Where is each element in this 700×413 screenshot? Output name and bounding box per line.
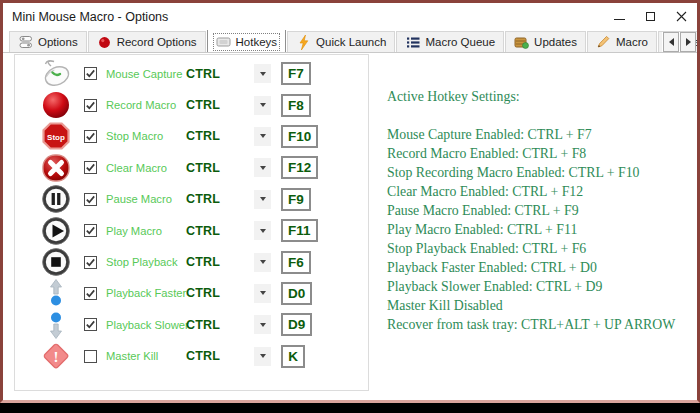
lightning-icon [296,35,311,49]
summary-line: Clear Macro Enabled: CTRL + F12 [387,182,687,201]
modifier-value: CTRL [186,255,254,269]
record-macro-checkbox[interactable] [84,99,97,112]
summary-line: Playback Faster Enabled: CTRL + D0 [387,258,687,277]
tab-label: Quick Launch [316,36,386,48]
check-icon [85,162,96,173]
modifier-dropdown[interactable] [254,284,271,303]
tab-hotkeys[interactable]: Hotkeys [207,30,287,53]
tab-macro-queue[interactable]: Macro Queue [396,31,504,52]
hotkey-key-field[interactable]: F8 [281,94,311,117]
clear-macro-icon [28,153,84,183]
scroll-right-button[interactable] [680,32,696,52]
hotkey-row-stop-playback: Stop PlaybackCTRLF6 [15,246,368,277]
window-controls [604,3,697,30]
hotkey-key-field[interactable]: F10 [281,125,318,148]
tab-inner: Record Options [95,34,199,50]
stop-playback-checkbox[interactable] [84,256,97,269]
mouse-capture-checkbox[interactable] [84,67,97,80]
dropdown-arrow-icon [260,229,266,233]
hotkey-key-field[interactable]: F6 [281,251,311,274]
hotkey-key-field[interactable]: K [281,345,305,368]
tab-inner: Macro Queue [403,34,497,50]
stop-macro-checkbox[interactable] [84,130,97,143]
arrow-right-icon [686,38,691,46]
maximize-button[interactable] [635,3,666,30]
package-icon [514,35,529,49]
dropdown-arrow-icon [260,197,266,201]
summary-title: Active Hotkey Settings: [387,87,687,106]
tab-options[interactable]: Options [9,31,87,52]
check-icon [85,257,96,268]
hotkey-key-field[interactable]: F7 [281,62,311,85]
hotkey-key-field[interactable]: D9 [281,313,312,336]
hotkey-row-clear-macro: Clear MacroCTRLF12 [15,152,368,183]
summary-line: Mouse Capture Enabled: CTRL + F7 [387,125,687,144]
window-title: Mini Mouse Macro - Options [3,10,168,24]
hotkey-row-stop-macro: StopStop MacroCTRLF10 [15,121,368,152]
playback-slower-checkbox[interactable] [84,318,97,331]
modifier-value: CTRL [186,192,254,206]
clear-macro-checkbox[interactable] [84,161,97,174]
hotkey-key-field[interactable]: F11 [281,219,318,242]
play-macro-checkbox[interactable] [84,224,97,237]
minimize-button[interactable] [604,3,635,30]
title-bar: Mini Mouse Macro - Options [3,3,697,30]
tab-strip: OptionsRecord OptionsHotkeysQuick Launch… [3,30,697,53]
modifier-dropdown[interactable] [254,96,271,115]
hotkey-row-master-kill: !Master KillCTRLK [15,341,368,372]
dropdown-arrow-icon [260,354,266,358]
summary-lines: Mouse Capture Enabled: CTRL + F7Record M… [387,125,687,334]
tab-macro[interactable]: Macro [587,31,657,52]
modifier-dropdown[interactable] [254,253,271,272]
check-icon [85,194,96,205]
tab-inner: Quick Launch [294,34,388,50]
close-button[interactable] [666,3,697,30]
modifier-value: CTRL [186,318,254,332]
pause-macro-checkbox[interactable] [84,193,97,206]
modifier-dropdown[interactable] [254,315,271,334]
summary-line: Pause Macro Enabled: CTRL + F9 [387,201,687,220]
tab-inner: Hotkeys [214,34,280,50]
stop-playback-icon [28,247,84,277]
tab-inner: Updates [512,34,579,50]
master-kill-icon: ! [28,341,84,371]
pencil-icon [596,35,611,49]
modifier-dropdown[interactable] [254,347,271,366]
svg-text:Stop: Stop [47,133,65,142]
hotkey-key-field[interactable]: F9 [281,188,311,211]
maximize-icon [646,12,655,21]
check-icon [85,131,96,142]
list-icon [405,35,420,49]
scroll-left-button[interactable] [663,32,679,52]
minimize-icon [614,19,625,20]
record-dot-icon [97,35,112,49]
modifier-dropdown[interactable] [254,127,271,146]
modifier-value: CTRL [186,224,254,238]
record-macro-icon [28,90,84,120]
summary-line: Play Macro Enabled: CTRL + F11 [387,220,687,239]
modifier-dropdown[interactable] [254,221,271,240]
tab-updates[interactable]: Updates [505,31,586,52]
hotkey-key-field[interactable]: D0 [281,282,312,305]
tab-label: Options [38,36,78,48]
modifier-value: CTRL [186,98,254,112]
dropdown-arrow-icon [260,260,266,264]
dropdown-arrow-icon [260,134,266,138]
modifier-dropdown[interactable] [254,64,271,83]
hotkey-key-field[interactable]: F12 [281,156,318,179]
tab-record-options[interactable]: Record Options [88,31,206,52]
hotkey-row-mouse-capture: Mouse CaptureCTRLF7 [15,58,368,89]
hotkey-label: Play Macro [106,225,186,237]
modifier-dropdown[interactable] [254,190,271,209]
modifier-value: CTRL [186,286,254,300]
modifier-value: CTRL [186,67,254,81]
playback-faster-checkbox[interactable] [84,287,97,300]
dropdown-arrow-icon [260,291,266,295]
hotkey-label: Playback Faster [106,287,186,299]
hotkey-row-pause-macro: Pause MacroCTRLF9 [15,184,368,215]
dropdown-arrow-icon [260,323,266,327]
arrow-left-icon [669,38,674,46]
modifier-dropdown[interactable] [254,158,271,177]
master-kill-checkbox[interactable] [84,350,97,363]
tab-quick-launch[interactable]: Quick Launch [287,31,395,52]
